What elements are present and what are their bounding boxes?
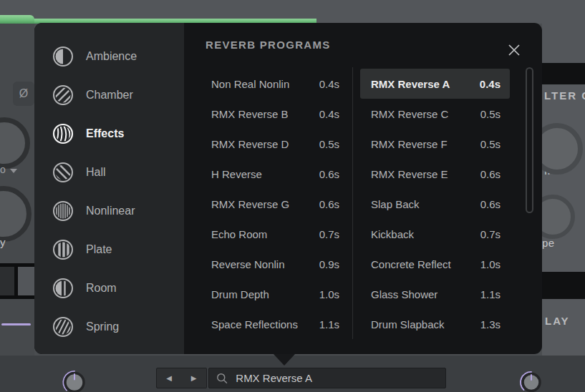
chevron-down-icon[interactable] (10, 169, 17, 173)
preset-search-input[interactable] (234, 371, 438, 385)
category-sidebar: Ambience Chamber (34, 23, 184, 354)
program-row[interactable]: Space Reflections 1.1s (211, 309, 339, 339)
left-strip-button-1[interactable] (0, 267, 14, 295)
modal-title: REVERB PROGRAMS (206, 39, 331, 51)
program-time: 0.4s (319, 78, 339, 90)
program-time: 1.3s (480, 318, 501, 330)
program-time: 1.0s (319, 288, 339, 300)
program-name: Echo Room (211, 228, 267, 240)
category-room[interactable]: Room (52, 269, 174, 308)
program-name: RMX Reverse A (371, 78, 450, 90)
program-time: 0.9s (319, 258, 339, 270)
close-button[interactable] (505, 41, 523, 59)
program-time: 0.7s (319, 228, 339, 240)
program-time: 0.6s (319, 198, 339, 210)
nonlinear-icon (52, 200, 74, 222)
right-top-panel (542, 0, 585, 63)
delay-section-title: LAY (545, 315, 570, 327)
filter-section: LTER C ff pe (542, 84, 585, 272)
program-row-selected[interactable]: RMX Reverse A 0.4s (360, 69, 510, 99)
program-name: Glass Shower (371, 288, 437, 300)
program-list-left: Non Real Nonlin 0.4s RMX Reverse B 0.4s … (211, 69, 339, 339)
program-name: H Reverse (211, 168, 262, 180)
program-row[interactable]: Slap Back 0.6s (360, 189, 510, 219)
waveform-peak (0, 15, 34, 24)
category-nonlinear[interactable]: Nonlinear (52, 192, 174, 230)
ambience-icon (52, 46, 74, 67)
program-row[interactable]: Glass Shower 1.1s (360, 279, 510, 309)
prev-preset-button[interactable]: ◀ (156, 368, 182, 388)
program-time: 0.6s (319, 168, 339, 180)
category-spring[interactable]: Spring (52, 308, 174, 346)
program-row[interactable]: Non Real Nonlin 0.4s (211, 69, 339, 99)
program-row[interactable]: Concrete Reflect 1.0s (360, 249, 510, 279)
program-row[interactable]: Echo Room 0.7s (211, 219, 339, 249)
program-name: RMX Reverse F (371, 138, 448, 150)
program-time: 0.4s (319, 108, 339, 120)
left-dropdown-label: o (0, 164, 6, 175)
spring-icon (52, 316, 74, 338)
category-label: Spring (86, 320, 119, 333)
next-preset-button[interactable]: ▶ (181, 368, 207, 388)
program-name: RMX Reverse B (211, 108, 289, 120)
effects-icon (52, 123, 74, 144)
program-name: Reverse Nonlin (211, 258, 285, 270)
category-hall[interactable]: Hall (52, 153, 174, 192)
reverb-programs-modal: Ambience Chamber (34, 23, 542, 354)
program-time: 0.4s (480, 78, 501, 90)
program-row[interactable]: Kickback 0.7s (360, 219, 510, 249)
bottom-right-knob[interactable] (506, 370, 556, 392)
program-time: 0.5s (480, 138, 501, 150)
program-name: Drum Slapback (371, 318, 445, 330)
left-strip-button-2[interactable] (18, 267, 34, 295)
program-row[interactable]: Drum Slapback 1.3s (360, 309, 510, 339)
plate-icon (52, 239, 74, 260)
scrollbar[interactable] (526, 67, 533, 213)
category-label: Nonlinear (86, 205, 135, 217)
program-time: 0.5s (319, 138, 339, 150)
program-time: 1.1s (319, 318, 339, 330)
left-slider-track[interactable] (1, 323, 31, 325)
prev-arrow-icon: ◀ (166, 374, 172, 382)
right-divider-strip (542, 63, 585, 84)
category-label: Room (86, 282, 117, 295)
modal-pointer (274, 354, 295, 366)
category-ambience[interactable]: Ambience (52, 37, 174, 76)
program-name: RMX Reverse D (211, 138, 289, 150)
plugin-window: LTER C ff pe LAY o y Ø ◀ ▶ (0, 0, 585, 392)
chamber-icon (52, 84, 74, 106)
program-time: 1.1s (480, 288, 501, 300)
category-label: Plate (86, 243, 112, 256)
program-time: 0.7s (480, 228, 501, 240)
programs-panel: REVERB PROGRAMS Non Real Nonlin 0.4s RMX… (184, 23, 542, 354)
decay-label-fragment: y (0, 236, 6, 248)
program-row[interactable]: RMX Reverse G 0.6s (211, 189, 339, 219)
program-name: RMX Reverse C (371, 108, 448, 120)
category-label: Chamber (86, 89, 133, 102)
program-name: Slap Back (371, 198, 420, 210)
right-divider-strip-2 (542, 272, 585, 299)
category-chamber[interactable]: Chamber (52, 76, 174, 114)
program-list-right: RMX Reverse A 0.4s RMX Reverse C 0.5s RM… (360, 69, 510, 339)
room-icon (52, 278, 74, 299)
program-name: Space Reflections (211, 318, 298, 330)
phase-invert-button[interactable]: Ø (13, 82, 34, 106)
program-row[interactable]: Reverse Nonlin 0.9s (211, 249, 339, 279)
program-name: RMX Reverse G (211, 198, 289, 210)
program-row[interactable]: RMX Reverse F 0.5s (360, 129, 510, 159)
program-row[interactable]: RMX Reverse C 0.5s (360, 99, 510, 129)
program-name: Non Real Nonlin (211, 78, 289, 90)
category-label: Ambience (86, 50, 137, 63)
bottom-left-knob[interactable] (48, 369, 101, 392)
category-plate[interactable]: Plate (52, 230, 174, 269)
program-time: 1.0s (480, 258, 501, 270)
program-row[interactable]: RMX Reverse E 0.6s (360, 159, 510, 189)
program-row[interactable]: RMX Reverse B 0.4s (211, 99, 339, 129)
category-label: Hall (86, 166, 106, 179)
program-row[interactable]: Drum Depth 1.0s (211, 279, 339, 309)
program-row[interactable]: RMX Reverse D 0.5s (211, 129, 339, 159)
program-row[interactable]: H Reverse 0.6s (211, 159, 339, 189)
filter-section-title: LTER C (544, 89, 585, 102)
category-effects[interactable]: Effects (52, 114, 174, 153)
next-arrow-icon: ▶ (191, 374, 197, 382)
